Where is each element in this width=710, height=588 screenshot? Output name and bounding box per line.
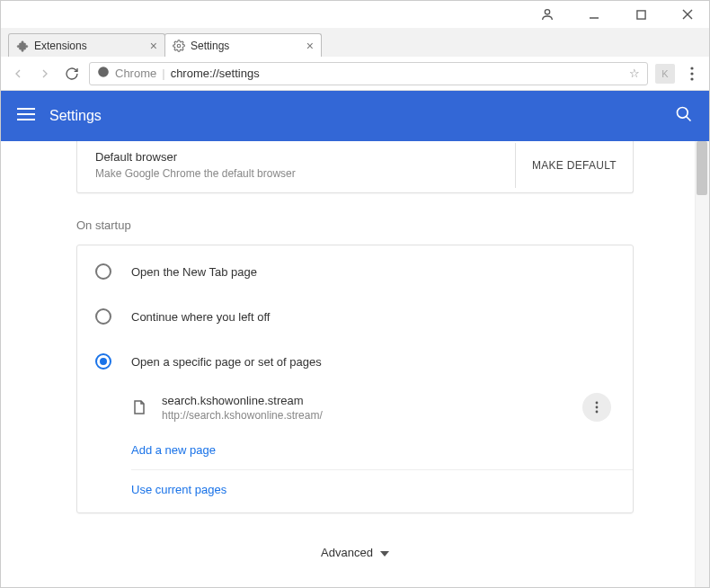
scrollbar-thumb[interactable] <box>697 141 707 195</box>
startup-option-specific[interactable]: Open a specific page or set of pages <box>77 339 633 384</box>
section-label-startup: On startup <box>76 218 634 232</box>
tab-label: Extensions <box>34 40 145 52</box>
close-icon[interactable] <box>677 4 698 25</box>
maximize-icon[interactable] <box>630 4 652 25</box>
settings-header: Settings <box>1 91 709 141</box>
svg-point-15 <box>596 402 599 405</box>
svg-point-6 <box>98 67 109 77</box>
default-browser-subtitle: Make Google Chrome the default browser <box>95 167 296 180</box>
security-icon <box>97 66 110 81</box>
radio-icon <box>95 353 111 370</box>
tab-extensions[interactable]: Extensions × <box>8 33 165 57</box>
svg-line-14 <box>687 117 691 121</box>
browser-menu-icon[interactable] <box>682 64 702 84</box>
gear-icon <box>173 40 185 52</box>
svg-point-8 <box>690 72 693 75</box>
search-icon[interactable] <box>675 105 693 127</box>
svg-point-9 <box>690 77 693 80</box>
close-tab-icon[interactable]: × <box>306 39 314 53</box>
make-default-button[interactable]: MAKE DEFAULT <box>515 143 633 188</box>
tab-settings[interactable]: Settings × <box>164 33 322 57</box>
radio-icon <box>95 308 111 325</box>
startup-page-url: http://search.kshowonline.stream/ <box>162 409 323 422</box>
default-browser-card: Default browser Make Google Chrome the d… <box>76 141 634 193</box>
page-title: Settings <box>49 108 102 124</box>
scrollbar-track[interactable] <box>695 141 709 588</box>
origin-chip: Chrome <box>115 67 156 80</box>
content-area: Default browser Make Google Chrome the d… <box>1 141 709 588</box>
address-bar[interactable]: Chrome | chrome://settings ☆ <box>89 62 648 85</box>
radio-icon <box>95 263 111 280</box>
svg-point-7 <box>690 67 693 69</box>
use-current-pages-link[interactable]: Use current pages <box>131 470 633 509</box>
advanced-toggle[interactable]: Advanced <box>76 546 634 559</box>
svg-point-16 <box>596 406 599 409</box>
svg-rect-2 <box>636 10 644 18</box>
puzzle-icon <box>16 40 29 52</box>
startup-card: Open the New Tab page Continue where you… <box>76 245 634 513</box>
svg-point-0 <box>545 10 549 14</box>
svg-point-5 <box>177 44 181 48</box>
reload-icon[interactable] <box>62 64 82 84</box>
account-icon[interactable] <box>537 4 558 25</box>
option-label: Continue where you left off <box>131 310 270 324</box>
option-label: Open the New Tab page <box>131 265 257 279</box>
startup-option-continue[interactable]: Continue where you left off <box>77 294 633 339</box>
startup-option-newtab[interactable]: Open the New Tab page <box>77 249 633 294</box>
minimize-icon[interactable] <box>583 4 605 25</box>
window-controls <box>1 1 709 28</box>
page-icon <box>131 399 147 415</box>
option-label: Open a specific page or set of pages <box>131 355 322 369</box>
tabstrip: Extensions × Settings × <box>1 28 709 57</box>
more-actions-icon[interactable] <box>582 393 611 422</box>
svg-point-13 <box>678 108 688 119</box>
url-text: chrome://settings <box>171 67 260 80</box>
startup-page-title: search.kshowonline.stream <box>162 394 323 407</box>
add-new-page-link[interactable]: Add a new page <box>131 431 633 469</box>
svg-point-17 <box>596 411 599 414</box>
close-tab-icon[interactable]: × <box>150 39 157 53</box>
toolbar: Chrome | chrome://settings ☆ K <box>1 57 709 91</box>
back-icon[interactable] <box>8 64 28 84</box>
extension-icon[interactable]: K <box>655 64 675 84</box>
tab-label: Settings <box>191 40 301 52</box>
advanced-label: Advanced <box>321 546 373 559</box>
chevron-down-icon <box>380 546 389 559</box>
bookmark-star-icon[interactable]: ☆ <box>629 67 640 80</box>
startup-page-row: search.kshowonline.stream http://search.… <box>131 384 633 431</box>
hamburger-icon[interactable] <box>17 107 35 125</box>
forward-icon[interactable] <box>35 64 55 84</box>
default-browser-title: Default browser <box>95 150 296 164</box>
